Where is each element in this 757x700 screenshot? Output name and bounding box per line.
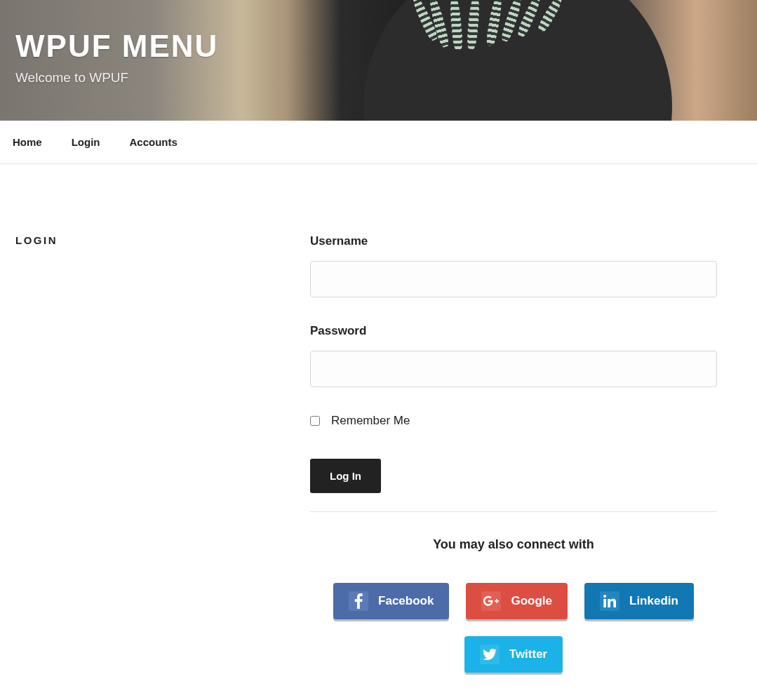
hero-banner: WPUF MENU Welcome to WPUF [0, 0, 757, 121]
facebook-button[interactable]: Facebook [333, 583, 449, 619]
primary-nav: Home Login Accounts [0, 121, 757, 164]
nav-item-login[interactable]: Login [72, 121, 100, 163]
linkedin-label: Linkedin [629, 594, 678, 608]
linkedin-icon [600, 591, 619, 611]
site-title[interactable]: WPUF MENU [15, 29, 218, 63]
twitter-button[interactable]: Twitter [464, 636, 563, 673]
linkedin-button[interactable]: Linkedin [584, 583, 694, 619]
google-plus-icon [481, 591, 501, 611]
twitter-icon [480, 645, 500, 664]
facebook-icon [349, 591, 368, 611]
password-label: Password [310, 324, 717, 338]
login-button[interactable]: Log In [310, 459, 381, 493]
password-input[interactable] [310, 351, 717, 387]
nav-item-home[interactable]: Home [13, 121, 42, 163]
divider [310, 511, 717, 512]
twitter-label: Twitter [509, 647, 547, 661]
remember-me-label: Remember Me [331, 414, 410, 428]
remember-me-checkbox[interactable] [310, 416, 320, 426]
facebook-label: Facebook [378, 594, 434, 608]
social-heading: You may also connect with [310, 537, 717, 552]
site-tagline: Welcome to WPUF [15, 70, 218, 86]
page-title: LOGIN [15, 234, 310, 700]
username-input[interactable] [310, 261, 717, 297]
hero-image [363, 0, 686, 121]
google-button[interactable]: Google [466, 583, 568, 619]
nav-item-accounts[interactable]: Accounts [130, 121, 177, 163]
login-form: Username Password Remember Me Log In You… [310, 234, 717, 700]
remember-me-field[interactable]: Remember Me [310, 414, 717, 428]
username-label: Username [310, 234, 717, 248]
google-label: Google [511, 594, 552, 608]
